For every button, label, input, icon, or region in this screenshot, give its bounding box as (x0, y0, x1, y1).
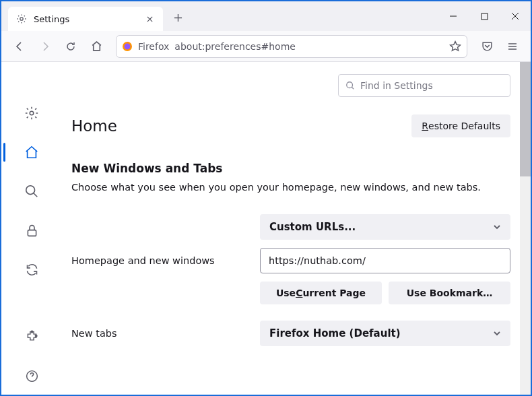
window-controls (438, 1, 531, 31)
restore-defaults-button[interactable]: Restore Defaults (411, 114, 510, 137)
settings-main: Find in Settings Home Restore Defaults N… (62, 62, 531, 395)
close-window-button[interactable] (500, 1, 531, 31)
url-prefix: Firefox (138, 41, 169, 52)
browser-tab[interactable]: Settings (8, 7, 163, 31)
search-settings-input[interactable]: Find in Settings (338, 74, 510, 97)
menu-button[interactable] (501, 36, 524, 57)
reload-button[interactable] (59, 36, 82, 57)
homepage-url-input[interactable] (260, 248, 510, 273)
svg-rect-6 (28, 230, 36, 236)
use-bookmark-button[interactable]: Use Bookmark… (389, 282, 510, 304)
chevron-down-icon (493, 223, 501, 231)
homepage-row-url: Homepage and new windows (71, 248, 510, 273)
scrollbar-thumb[interactable] (520, 62, 531, 176)
sidebar-item-extensions[interactable] (20, 325, 44, 349)
maximize-button[interactable] (469, 1, 500, 31)
home-button[interactable] (85, 36, 108, 57)
use-current-page-button[interactable]: Use Current Page (260, 282, 382, 304)
sidebar-item-sync[interactable] (20, 257, 44, 282)
gear-icon (16, 13, 27, 24)
svg-point-5 (26, 186, 35, 195)
title-bar: Settings (1, 1, 531, 31)
sidebar-item-privacy[interactable] (20, 218, 44, 242)
newtabs-label: New tabs (71, 328, 260, 339)
forward-button[interactable] (34, 36, 57, 57)
sidebar-item-help[interactable] (20, 364, 44, 388)
sidebar-item-search[interactable] (20, 179, 44, 203)
homepage-label: Homepage and new windows (71, 255, 260, 266)
homepage-select[interactable]: Custom URLs... (260, 214, 510, 240)
svg-point-4 (30, 111, 34, 115)
section-description: Choose what you see when you open your h… (71, 180, 510, 194)
sidebar-item-home[interactable] (20, 140, 44, 164)
svg-rect-1 (481, 13, 488, 20)
content-area: Find in Settings Home Restore Defaults N… (1, 62, 531, 395)
new-tab-button[interactable] (167, 7, 189, 28)
section-heading: New Windows and Tabs (71, 162, 510, 175)
svg-point-0 (20, 18, 23, 20)
search-placeholder: Find in Settings (360, 80, 433, 91)
url-bar[interactable]: Firefox about:preferences#home (116, 35, 467, 58)
svg-point-3 (125, 43, 131, 49)
navigation-toolbar: Firefox about:preferences#home (1, 31, 531, 62)
pocket-button[interactable] (475, 36, 498, 57)
close-tab-icon[interactable] (143, 12, 156, 26)
sidebar-item-general[interactable] (20, 101, 44, 125)
page-title: Home (71, 117, 117, 135)
tab-title: Settings (34, 14, 136, 24)
settings-sidebar (1, 62, 62, 395)
vertical-scrollbar[interactable] (520, 62, 531, 395)
newtabs-select[interactable]: Firefox Home (Default) (260, 321, 510, 346)
homepage-row-select: Custom URLs... (71, 214, 510, 240)
chevron-down-icon (493, 329, 501, 337)
bookmark-star-icon[interactable] (449, 40, 461, 53)
back-button[interactable] (8, 36, 31, 57)
url-text: about:preferences#home (174, 41, 444, 52)
minimize-button[interactable] (438, 1, 469, 31)
newtabs-row: New tabs Firefox Home (Default) (71, 321, 510, 346)
firefox-icon (122, 41, 133, 52)
